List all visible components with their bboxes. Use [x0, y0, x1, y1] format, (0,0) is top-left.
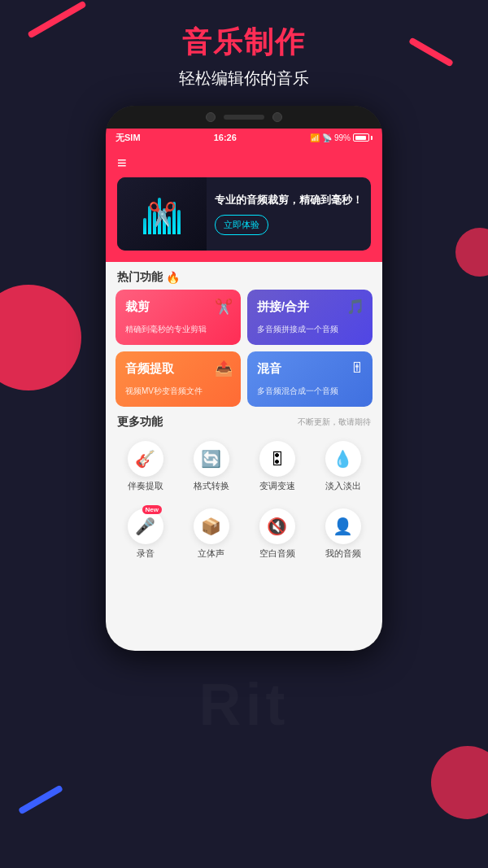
- hot-card-title: 混音: [257, 361, 363, 377]
- time-text: 16:26: [214, 133, 237, 142]
- convert-label: 格式转换: [194, 480, 229, 492]
- fire-emoji: 🔥: [166, 271, 180, 284]
- bg-line-bottom-left: [18, 785, 63, 815]
- more-item-fade[interactable]: 💧 淡入淡出: [312, 434, 374, 499]
- stereo-label: 立体声: [198, 547, 224, 560]
- app-screen: ≡ ✂️ 专业的音频裁剪，: [106, 146, 382, 651]
- hot-section-label: 热门功能 🔥: [106, 262, 382, 290]
- extract-icon: 📤: [215, 360, 233, 377]
- my-audio-icon: 👤: [325, 508, 361, 544]
- trim-icon: ✂️: [215, 298, 233, 316]
- rit-watermark: Rit: [199, 671, 290, 738]
- accompaniment-label: 伴奏提取: [128, 480, 163, 492]
- app-header: ≡ ✂️ 专业的音频裁剪，: [106, 146, 382, 262]
- stereo-icon: 📦: [194, 508, 229, 544]
- hot-card-subtitle: 多音频拼接成一个音频: [257, 324, 363, 335]
- phone-top-bar: [106, 106, 382, 129]
- menu-icon[interactable]: ≡: [117, 155, 371, 171]
- more-section-header: 更多功能 不断更新，敬请期待: [106, 407, 382, 434]
- convert-icon: 🔄: [194, 441, 229, 477]
- battery-body: [353, 133, 369, 142]
- more-item-pitch[interactable]: 🎛 变调变速: [246, 434, 308, 499]
- hot-card-extract[interactable]: 音频提取 视频MV秒变音频文件 📤: [115, 351, 241, 407]
- banner-visual: ✂️: [117, 177, 207, 251]
- phone-camera-2: [272, 112, 282, 122]
- silent-icon: 🔇: [259, 508, 295, 544]
- more-item-accompaniment[interactable]: 🎸 伴奏提取: [114, 434, 176, 499]
- carrier-text: 无SIM: [115, 132, 141, 144]
- more-item-silent[interactable]: 🔇 空白音频: [246, 502, 308, 566]
- status-bar: 无SIM 16:26 📶 📡 99%: [106, 129, 382, 146]
- more-section-note: 不断更新，敬请期待: [298, 417, 371, 428]
- battery-percent: 99%: [334, 133, 351, 142]
- page-title: 音乐制作: [16, 23, 472, 63]
- pitch-icon: 🎛: [259, 441, 295, 477]
- phone-camera: [206, 112, 216, 122]
- record-label: 录音: [137, 547, 155, 560]
- more-section-title: 更多功能: [117, 415, 163, 430]
- hot-features-grid: 裁剪 精确到毫秒的专业剪辑 ✂️ 拼接/合并 多音频拼接成一个音频 🎵 音频提取…: [106, 290, 382, 407]
- battery-icon: [353, 133, 373, 142]
- silent-label: 空白音频: [259, 547, 295, 560]
- more-item-record[interactable]: New 🎤 录音: [114, 502, 176, 566]
- hot-card-trim[interactable]: 裁剪 精确到毫秒的专业剪辑 ✂️: [115, 290, 241, 345]
- new-badge: New: [142, 505, 162, 514]
- accompaniment-icon: 🎸: [128, 441, 163, 477]
- fade-label: 淡入淡出: [325, 480, 361, 492]
- signal-icon: 📶: [310, 133, 320, 142]
- bg-circle-left: [0, 285, 81, 390]
- more-features-grid: 🎸 伴奏提取 🔄 格式转换 🎛 变调变速 💧 淡入淡出 New 🎤 录音: [106, 434, 382, 573]
- mix-icon: 🎚: [350, 360, 364, 377]
- banner-try-button[interactable]: 立即体验: [215, 215, 268, 235]
- hot-card-subtitle: 视频MV秒变音频文件: [125, 386, 231, 397]
- hot-card-merge[interactable]: 拼接/合并 多音频拼接成一个音频 🎵: [247, 290, 373, 345]
- wifi-icon: 📡: [322, 133, 332, 142]
- page-subtitle: 轻松编辑你的音乐: [16, 68, 472, 89]
- phone-speaker: [224, 115, 264, 120]
- merge-icon: 🎵: [346, 298, 364, 316]
- status-icons: 📶 📡 99%: [310, 133, 373, 142]
- bg-circle-right-top: [455, 228, 488, 277]
- page-header: 音乐制作 轻松编辑你的音乐: [0, 0, 488, 98]
- banner-text: 专业的音频裁剪，精确到毫秒！ 立即体验: [207, 186, 371, 241]
- pitch-label: 变调变速: [259, 480, 295, 492]
- battery-tip: [371, 136, 373, 140]
- hot-card-mix[interactable]: 混音 多音频混合成一个音频 🎚: [247, 351, 373, 407]
- banner-title: 专业的音频裁剪，精确到毫秒！: [215, 193, 363, 207]
- more-item-convert[interactable]: 🔄 格式转换: [180, 434, 242, 499]
- my-audio-label: 我的音频: [325, 547, 361, 560]
- battery-fill: [355, 136, 367, 140]
- hot-card-subtitle: 多音频混合成一个音频: [257, 386, 363, 397]
- more-item-my-audio[interactable]: 👤 我的音频: [312, 502, 374, 566]
- hot-section-text: 热门功能: [117, 270, 163, 285]
- bg-circle-bottom-right: [431, 746, 488, 819]
- hot-card-subtitle: 精确到毫秒的专业剪辑: [125, 324, 231, 335]
- more-item-stereo[interactable]: 📦 立体声: [180, 502, 242, 566]
- scissors-icon: ✂️: [148, 201, 176, 228]
- promo-banner[interactable]: ✂️ 专业的音频裁剪，精确到毫秒！ 立即体验: [117, 177, 371, 251]
- phone-frame: 无SIM 16:26 📶 📡 99% ≡: [106, 106, 382, 651]
- fade-icon: 💧: [325, 441, 361, 477]
